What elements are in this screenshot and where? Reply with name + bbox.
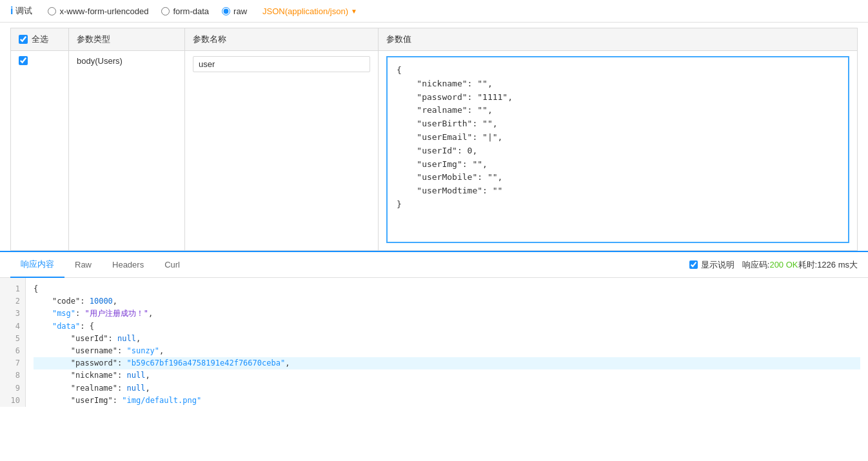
radio-raw[interactable]: raw	[222, 6, 247, 16]
code-line: {	[34, 283, 860, 295]
radio-raw-label: raw	[233, 6, 247, 16]
code-line: "username": "sunzy",	[34, 345, 860, 357]
code-line: "userImg": "img/default.png"	[34, 395, 860, 407]
row-checkbox-cell	[11, 51, 69, 251]
app-icon: i	[10, 5, 13, 17]
code-line: "realname": null,	[34, 382, 860, 395]
app-title-text: 调试	[15, 5, 32, 17]
col-select-header: 全选	[11, 28, 69, 51]
code-line: "nickname": null,	[34, 369, 860, 382]
code-line: "userId": null,	[34, 333, 860, 345]
row-type-cell: body(Users)	[69, 51, 185, 251]
app-title: i 调试	[10, 5, 32, 17]
row-value-cell: { "nickname": "", "password": "1111", "r…	[379, 51, 858, 251]
radio-urlencoded-input[interactable]	[48, 7, 56, 15]
response-status-text: 响应码:200 OK耗时:1226 ms大	[742, 259, 858, 271]
tab-curl[interactable]: Curl	[154, 253, 190, 277]
select-all-label: 全选	[32, 34, 48, 45]
col-value-header: 参数值	[379, 28, 858, 51]
radio-urlencoded[interactable]: x-www-form-urlencoded	[48, 6, 148, 16]
tab-response-content[interactable]: 响应内容	[10, 252, 64, 278]
radio-raw-input[interactable]	[222, 7, 230, 15]
format-dropdown[interactable]: JSON(application/json) ▼	[262, 6, 357, 16]
radio-group: x-www-form-urlencoded form-data raw	[48, 6, 247, 16]
response-tabs: 响应内容 Raw Headers Curl 显示说明 响应码:200 OK耗时:…	[0, 252, 868, 278]
radio-formdata[interactable]: form-data	[161, 6, 209, 16]
status-code: 200 OK	[769, 260, 798, 270]
show-desc-label: 显示说明	[701, 259, 735, 271]
params-table: 全选 参数类型 参数名称 参数值	[10, 28, 858, 251]
col-name-header: 参数名称	[185, 28, 379, 51]
radio-urlencoded-label: x-www-form-urlencoded	[59, 6, 148, 16]
select-all-checkbox[interactable]	[19, 35, 28, 44]
code-line: "data": {	[34, 320, 860, 333]
code-line: "msg": "用户注册成功！",	[34, 308, 860, 320]
table-row: body(Users) { "nickname": "", "password"…	[11, 51, 858, 251]
main-content: 全选 参数类型 参数名称 参数值	[0, 28, 868, 251]
top-bar: i 调试 x-www-form-urlencoded form-data raw…	[0, 0, 868, 23]
radio-formdata-input[interactable]	[161, 7, 170, 15]
radio-formdata-label: form-data	[173, 6, 209, 16]
line-numbers: 12345678910	[0, 278, 26, 407]
row-name-cell	[185, 51, 379, 251]
param-name-input[interactable]	[193, 56, 370, 72]
col-type-header: 参数类型	[69, 28, 185, 51]
tab-headers[interactable]: Headers	[102, 253, 154, 277]
response-body: 12345678910 { "code": 10000, "msg": "用户注…	[0, 278, 868, 407]
format-dropdown-label: JSON(application/json)	[262, 6, 348, 16]
response-meta: 显示说明 响应码:200 OK耗时:1226 ms大	[689, 259, 858, 271]
show-desc-checkbox-label[interactable]: 显示说明	[689, 259, 735, 271]
response-section: 响应内容 Raw Headers Curl 显示说明 响应码:200 OK耗时:…	[0, 251, 868, 407]
row-checkbox[interactable]	[19, 56, 28, 65]
response-time: 1226 ms	[817, 260, 849, 270]
show-desc-checkbox-input[interactable]	[689, 260, 698, 269]
code-line: "code": 10000,	[34, 295, 860, 308]
code-content[interactable]: { "code": 10000, "msg": "用户注册成功！", "data…	[26, 278, 868, 407]
tab-raw[interactable]: Raw	[64, 253, 102, 277]
json-value-textarea[interactable]: { "nickname": "", "password": "1111", "r…	[386, 56, 849, 243]
code-line: "password": "b59c67bf196a4758191e42f7667…	[34, 357, 860, 369]
chevron-down-icon: ▼	[351, 8, 357, 15]
row-type: body(Users)	[77, 56, 123, 66]
